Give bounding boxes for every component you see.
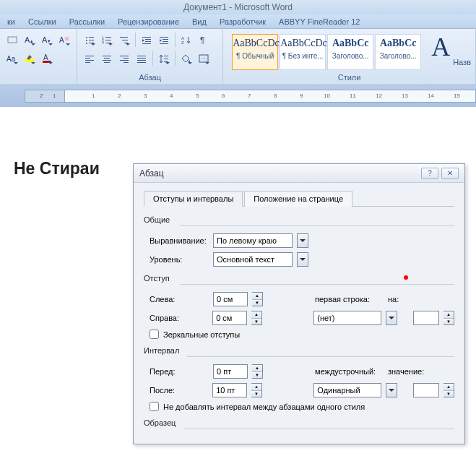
left-label: Слева: bbox=[150, 295, 209, 304]
firstline-combo[interactable]: (нет) bbox=[313, 311, 381, 325]
tab-0[interactable]: ки bbox=[7, 17, 15, 26]
firstline-dd[interactable] bbox=[386, 311, 397, 325]
by-spinner[interactable] bbox=[413, 311, 439, 325]
tab-position[interactable]: Положение на странице bbox=[244, 191, 352, 207]
svg-rect-38 bbox=[85, 58, 90, 59]
svg-rect-30 bbox=[160, 37, 168, 38]
tab-indents[interactable]: Отступы и интервалы bbox=[144, 191, 243, 207]
tab-4[interactable]: Вид bbox=[192, 17, 207, 26]
before-spin[interactable]: ▲▼ bbox=[252, 364, 263, 379]
svg-text:Z: Z bbox=[181, 40, 184, 44]
dialog-titlebar[interactable]: Абзац ? ✕ bbox=[134, 164, 464, 183]
group-paragraph: 123 AZ ¶ Абзац bbox=[77, 29, 223, 85]
align-combo[interactable]: По левому краю bbox=[213, 233, 293, 248]
level-combo-dd[interactable] bbox=[297, 252, 308, 267]
tab-3[interactable]: Рецензирование bbox=[118, 17, 179, 26]
close-button[interactable]: ✕ bbox=[441, 168, 459, 179]
svg-text:A: A bbox=[59, 36, 64, 44]
after-spin[interactable]: ▲▼ bbox=[251, 383, 262, 397]
svg-rect-58 bbox=[204, 55, 204, 62]
annotation-dot bbox=[404, 275, 408, 280]
svg-rect-46 bbox=[124, 58, 129, 59]
noadd-checkbox[interactable] bbox=[150, 402, 159, 411]
section-spacing: Интервал Перед: ▲▼ междустрочный: значен… bbox=[144, 346, 454, 411]
tab-5[interactable]: Разработчик bbox=[220, 17, 266, 26]
help-button[interactable]: ? bbox=[421, 168, 438, 179]
linesp-combo[interactable]: Одинарный bbox=[313, 383, 381, 397]
align-combo-dd[interactable] bbox=[297, 233, 308, 248]
tab-2[interactable]: Рассылки bbox=[69, 17, 105, 26]
bullets-button[interactable] bbox=[82, 32, 98, 48]
borders-button[interactable] bbox=[196, 51, 212, 66]
right-spin[interactable]: ▲▼ bbox=[251, 311, 262, 325]
by-spin[interactable]: ▲▼ bbox=[443, 311, 454, 325]
sort-button[interactable]: AZ bbox=[178, 32, 194, 48]
before-spinner[interactable] bbox=[213, 364, 248, 379]
svg-rect-0 bbox=[8, 37, 17, 43]
style-heading1[interactable]: AaBbCcЗаголово... bbox=[327, 34, 373, 70]
ruler[interactable]: 21 12 34 56 78 910 1112 1314 15 bbox=[25, 90, 476, 103]
clear-format-button[interactable]: A bbox=[56, 32, 72, 48]
after-spinner[interactable] bbox=[212, 383, 247, 397]
svg-rect-6 bbox=[65, 37, 69, 40]
line-spacing-button[interactable] bbox=[156, 51, 172, 66]
svg-rect-48 bbox=[124, 62, 129, 63]
indent-increase-button[interactable] bbox=[156, 32, 172, 48]
linesp-label: междустрочный: bbox=[315, 367, 384, 376]
left-spinner[interactable] bbox=[213, 292, 248, 306]
style-heading2[interactable]: AaBbCcЗаголово... bbox=[375, 34, 421, 70]
style-nospacing[interactable]: AaBbCcDc¶ Без инте... bbox=[280, 34, 326, 70]
align-label: Выравнивание: bbox=[150, 236, 209, 245]
svg-rect-27 bbox=[145, 39, 151, 40]
svg-rect-29 bbox=[142, 43, 151, 44]
shading-button[interactable] bbox=[178, 51, 194, 66]
styles-group-label: Стили bbox=[228, 73, 471, 83]
style-normal[interactable]: AaBbCcDc¶ Обычный bbox=[232, 34, 278, 70]
right-spinner[interactable] bbox=[212, 311, 247, 325]
group-styles: AaBbCcDc¶ Обычный AaBbCcDc¶ Без инте... … bbox=[223, 29, 476, 85]
svg-rect-54 bbox=[164, 59, 168, 59]
change-styles-button[interactable]: A bbox=[428, 32, 450, 62]
align-justify-button[interactable] bbox=[134, 51, 150, 66]
multilevel-button[interactable] bbox=[116, 32, 132, 48]
svg-rect-53 bbox=[164, 56, 168, 56]
font-color-button[interactable]: A bbox=[39, 51, 55, 66]
svg-rect-55 bbox=[164, 61, 168, 62]
align-left-button[interactable] bbox=[82, 51, 98, 66]
svg-text:3: 3 bbox=[102, 41, 104, 44]
grow-font-button[interactable]: A▴ bbox=[22, 32, 38, 48]
val-spinner[interactable] bbox=[413, 383, 439, 397]
svg-rect-42 bbox=[104, 58, 110, 59]
font-size-combo[interactable] bbox=[4, 32, 20, 48]
val-spin[interactable]: ▲▼ bbox=[443, 383, 454, 397]
align-right-button[interactable] bbox=[116, 51, 132, 66]
mirror-label: Зеркальные отступы bbox=[163, 330, 240, 339]
tab-1[interactable]: Ссылки bbox=[28, 17, 56, 26]
mirror-checkbox[interactable] bbox=[150, 330, 159, 339]
styles-gallery[interactable]: AaBbCcDc¶ Обычный AaBbCcDc¶ Без инте... … bbox=[228, 32, 425, 72]
linesp-dd[interactable] bbox=[386, 383, 397, 397]
tab-6[interactable]: ABBYY FineReader 12 bbox=[279, 17, 360, 26]
indent-decrease-button[interactable] bbox=[139, 32, 155, 48]
title-bar: Документ1 - Microsoft Word bbox=[0, 0, 476, 14]
left-spin[interactable]: ▲▼ bbox=[252, 292, 263, 306]
highlight-button[interactable] bbox=[22, 51, 38, 66]
show-marks-button[interactable]: ¶ bbox=[196, 32, 212, 48]
svg-text:A: A bbox=[43, 54, 48, 61]
svg-text:Aa: Aa bbox=[7, 55, 16, 63]
numbering-button[interactable]: 123 bbox=[99, 32, 115, 48]
shrink-font-button[interactable]: A▾ bbox=[39, 32, 55, 48]
change-case-button[interactable]: Aa bbox=[4, 51, 20, 66]
svg-rect-37 bbox=[85, 56, 94, 56]
svg-text:▴: ▴ bbox=[30, 38, 33, 43]
svg-point-15 bbox=[86, 43, 87, 44]
firstline-label: первая строка: bbox=[315, 295, 384, 304]
right-label: Справа: bbox=[150, 314, 208, 322]
svg-rect-33 bbox=[160, 43, 168, 44]
svg-rect-32 bbox=[163, 41, 168, 42]
svg-text:A: A bbox=[42, 35, 48, 44]
svg-rect-31 bbox=[163, 39, 168, 40]
svg-rect-40 bbox=[85, 62, 90, 63]
level-combo[interactable]: Основной текст bbox=[213, 252, 293, 267]
align-center-button[interactable] bbox=[99, 51, 115, 66]
